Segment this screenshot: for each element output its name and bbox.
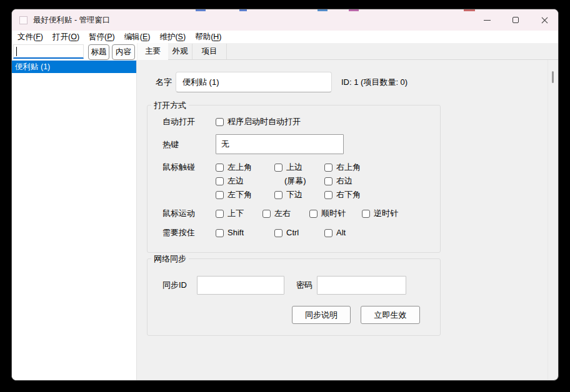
name-label: 名字 xyxy=(156,76,172,89)
checkbox-icon xyxy=(324,191,332,199)
hotkey-label: 热键 xyxy=(162,139,179,151)
checkbox-motion-horizontal[interactable]: 左右 xyxy=(262,207,291,220)
toolbar: 标题 内容 主要 外观 项目 xyxy=(12,43,558,60)
tab-main[interactable]: 主要 xyxy=(138,43,168,60)
close-button[interactable] xyxy=(530,9,559,31)
checkbox-icon xyxy=(274,164,282,172)
network-sync-group-title: 网络同步 xyxy=(151,253,189,264)
sync-id-label: 同步ID xyxy=(162,279,187,292)
minimize-icon xyxy=(484,20,491,21)
open-mode-group-title: 打开方式 xyxy=(151,100,189,110)
menu-pause[interactable]: 暂停(P) xyxy=(88,32,116,42)
checkbox-icon xyxy=(324,177,332,185)
checkbox-icon xyxy=(362,210,370,218)
maximize-icon xyxy=(512,17,519,23)
checkbox-icon xyxy=(274,191,282,199)
checkbox-icon xyxy=(216,177,224,185)
scrollbar-thumb[interactable] xyxy=(552,71,554,83)
filter-content-button[interactable]: 内容 xyxy=(112,44,135,60)
mouse-motion-label: 鼠标运动 xyxy=(162,207,195,220)
screen-center-label: (屏幕) xyxy=(284,175,306,187)
app-window: 最好便利贴 - 管理窗口 文件(F) 打开(O) 暂停(P) 编辑(E) 维护(… xyxy=(11,9,559,381)
checkbox-icon xyxy=(262,210,271,218)
menu-open[interactable]: 打开(O) xyxy=(51,32,81,42)
menubar: 文件(F) 打开(O) 暂停(P) 编辑(E) 维护(S) 帮助(H) xyxy=(12,31,558,43)
name-input[interactable] xyxy=(176,72,332,92)
checkbox-touch-right[interactable]: 右边 xyxy=(324,175,352,187)
checkbox-icon xyxy=(309,210,318,218)
window-body: 便利贴 (1) 名字 ID: 1 (项目数量: 0) 打开方式 自动打开 程序启… xyxy=(12,60,558,380)
desktop-artifact xyxy=(318,9,328,11)
desktop-artifact xyxy=(239,9,247,11)
sync-help-button[interactable]: 同步说明 xyxy=(292,306,351,324)
password-label: 密码 xyxy=(296,279,312,292)
desktop-artifact xyxy=(349,9,359,11)
auto-open-label: 自动打开 xyxy=(162,115,195,128)
checkbox-touch-left[interactable]: 左边 xyxy=(216,175,244,187)
vertical-scrollbar[interactable] xyxy=(548,60,558,380)
checkbox-touch-bottom[interactable]: 下边 xyxy=(274,189,302,201)
checkbox-touch-bottom-left[interactable]: 左下角 xyxy=(216,189,252,201)
hold-keys-label: 需要按住 xyxy=(162,227,195,239)
menu-edit[interactable]: 编辑(E) xyxy=(123,32,152,42)
filter-title-button[interactable]: 标题 xyxy=(88,44,109,60)
desktop-artifact xyxy=(464,9,475,11)
checkbox-hold-alt[interactable]: Alt xyxy=(324,227,346,239)
checkbox-icon xyxy=(274,229,282,237)
search-input-field[interactable] xyxy=(17,46,79,57)
checkbox-hold-ctrl[interactable]: Ctrl xyxy=(274,227,299,239)
minimize-button[interactable] xyxy=(472,9,501,31)
maximize-button[interactable] xyxy=(501,9,530,31)
checkbox-touch-top[interactable]: 上边 xyxy=(274,161,302,174)
window-title: 最好便利贴 - 管理窗口 xyxy=(33,15,111,26)
notes-list: 便利贴 (1) xyxy=(12,60,137,380)
tab-appearance[interactable]: 外观 xyxy=(168,44,192,59)
menu-help[interactable]: 帮助(H) xyxy=(194,32,222,42)
network-sync-group: 网络同步 同步ID 密码 同步说明 立即生效 xyxy=(147,258,441,336)
tab-items[interactable]: 项目 xyxy=(192,44,227,59)
checkbox-motion-counterclockwise[interactable]: 逆时针 xyxy=(362,207,398,220)
menu-maintain[interactable]: 维护(S) xyxy=(158,32,187,42)
desktop-backdrop: 最好便利贴 - 管理窗口 文件(F) 打开(O) 暂停(P) 编辑(E) 维护(… xyxy=(0,0,570,392)
titlebar: 最好便利贴 - 管理窗口 xyxy=(12,9,558,31)
list-item-note[interactable]: 便利贴 (1) xyxy=(12,61,136,73)
checkbox-icon xyxy=(216,118,224,126)
checkbox-icon xyxy=(324,164,332,172)
main-pane: 名字 ID: 1 (项目数量: 0) 打开方式 自动打开 程序启动时自动打开 热… xyxy=(137,60,548,380)
checkbox-icon xyxy=(216,191,224,199)
checkbox-touch-top-left[interactable]: 左上角 xyxy=(216,161,252,174)
hotkey-input[interactable] xyxy=(216,134,344,154)
checkbox-icon xyxy=(324,229,332,237)
desktop-artifact xyxy=(196,9,206,11)
checkbox-motion-vertical[interactable]: 上下 xyxy=(216,207,244,220)
checkbox-touch-bottom-right[interactable]: 右下角 xyxy=(324,189,361,201)
sync-id-input[interactable] xyxy=(197,276,284,295)
id-info-text: ID: 1 (项目数量: 0) xyxy=(341,76,408,89)
checkbox-icon xyxy=(216,229,224,237)
apply-now-button[interactable]: 立即生效 xyxy=(361,306,420,324)
mouse-touch-label: 鼠标触碰 xyxy=(162,161,195,174)
search-input[interactable] xyxy=(13,44,84,59)
password-input[interactable] xyxy=(317,276,406,295)
checkbox-auto-open[interactable]: 程序启动时自动打开 xyxy=(216,115,301,128)
checkbox-motion-clockwise[interactable]: 顺时针 xyxy=(309,207,346,220)
menu-file[interactable]: 文件(F) xyxy=(16,32,44,42)
checkbox-hold-shift[interactable]: Shift xyxy=(216,227,244,239)
checkbox-touch-top-right[interactable]: 右上角 xyxy=(324,161,361,174)
open-mode-group: 打开方式 自动打开 程序启动时自动打开 热键 鼠标触碰 左上角 xyxy=(147,105,441,253)
checkbox-icon xyxy=(216,210,224,218)
app-icon xyxy=(19,16,28,24)
checkbox-icon xyxy=(216,164,224,172)
